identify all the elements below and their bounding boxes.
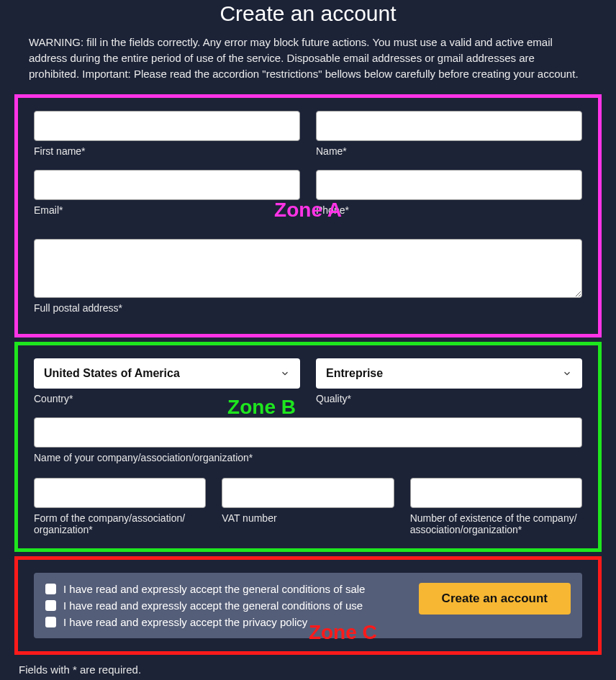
check-use-box[interactable] [45, 600, 56, 611]
vat-number-label: VAT number [222, 512, 394, 524]
check-use-label: I have read and expressly accept the gen… [63, 599, 363, 612]
company-name-label: Name of your company/association/organiz… [34, 452, 582, 463]
postal-address-input[interactable] [34, 239, 582, 298]
email-input[interactable] [34, 170, 300, 200]
check-privacy-box[interactable] [45, 617, 56, 627]
check-sale[interactable]: I have read and expressly accept the gen… [45, 583, 365, 595]
company-form-label: Form of the company/association/ organiz… [34, 512, 206, 535]
agree-panel: I have read and expressly accept the gen… [34, 573, 582, 638]
vat-number-input[interactable] [222, 478, 394, 508]
first-name-label: First name* [34, 145, 300, 157]
chevron-down-icon [280, 368, 290, 378]
zone-c: Zone C I have read and expressly accept … [14, 556, 602, 655]
phone-input[interactable] [316, 170, 582, 200]
required-footnote: Fields with * are required. [19, 663, 597, 676]
check-privacy[interactable]: I have read and expressly accept the pri… [45, 616, 365, 628]
postal-address-label: Full postal address* [34, 302, 582, 314]
zone-b: Zone B United States of America Country*… [14, 342, 602, 552]
country-label: Country* [34, 393, 300, 404]
check-sale-box[interactable] [45, 584, 56, 594]
check-sale-label: I have read and expressly accept the gen… [63, 583, 365, 595]
name-label: Name* [316, 145, 582, 157]
company-form-input[interactable] [34, 478, 206, 508]
country-select[interactable]: United States of America [34, 358, 300, 389]
email-label: Email* [34, 204, 300, 216]
first-name-input[interactable] [34, 111, 300, 141]
name-input[interactable] [316, 111, 582, 141]
existence-number-input[interactable] [410, 478, 582, 508]
company-name-input[interactable] [34, 417, 582, 448]
zone-a: Zone A First name* Name* Email* Phone* F… [14, 94, 602, 337]
check-use[interactable]: I have read and expressly accept the gen… [45, 599, 365, 612]
quality-label: Quality* [316, 393, 582, 404]
phone-label: Phone* [316, 204, 582, 216]
country-value: United States of America [44, 367, 180, 380]
chevron-down-icon [562, 368, 572, 378]
quality-value: Entreprise [326, 367, 383, 380]
quality-select[interactable]: Entreprise [316, 358, 582, 389]
page-title: Create an account [14, 1, 602, 26]
warning-text: WARNING: fill in the fields correctly. A… [29, 35, 587, 81]
create-account-button[interactable]: Create an account [419, 583, 571, 615]
check-privacy-label: I have read and expressly accept the pri… [63, 616, 307, 628]
existence-number-label: Number of existence of the company/ asso… [410, 512, 582, 535]
